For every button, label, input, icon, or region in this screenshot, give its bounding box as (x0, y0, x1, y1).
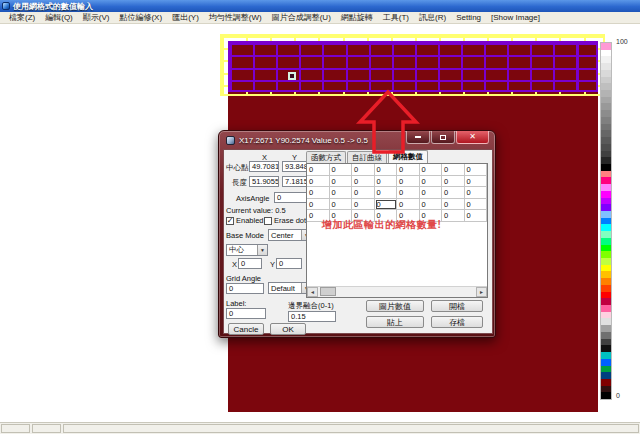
grid-cell[interactable]: 0 (420, 164, 443, 176)
palette-band (601, 392, 611, 399)
palette-band (601, 144, 611, 151)
grid-cell[interactable]: 0 (465, 187, 488, 199)
grid-cell[interactable]: 0 (375, 187, 398, 199)
palette-band (601, 345, 611, 352)
horizontal-scrollbar[interactable]: ◄ ► (307, 286, 487, 297)
status-segment-1 (1, 424, 30, 433)
enabled-label: Enabled (236, 216, 264, 225)
palette-band (601, 318, 611, 325)
table-row: 00000000 (307, 187, 487, 199)
scrollbar-track[interactable] (318, 287, 476, 297)
base-mode-label: Base Mode (226, 231, 264, 240)
scroll-right-icon[interactable]: ► (476, 287, 487, 297)
menu-bar: 檔案(Z)編輯(Q)顯示(V)點位編修(X)匯出(Y)均勻性調整(W)圖片合成調… (0, 12, 640, 24)
menu-item[interactable]: Setting (451, 13, 486, 22)
enabled-checkbox[interactable]: ✓ (226, 217, 234, 225)
grid-cell[interactable]: 0 (307, 164, 330, 176)
axis-angle-label: AxisAngle (236, 194, 269, 203)
grid-cell[interactable]: 0 (420, 176, 443, 188)
scrollbar-thumb[interactable] (320, 287, 336, 296)
grid-cell[interactable]: 0 (465, 210, 488, 222)
dialog-body: X Y 中心點 49.7081 93.8482 長度 51.9055 7.181… (223, 149, 493, 334)
grid-cell[interactable]: 0 (375, 164, 398, 176)
grid-cell[interactable]: 0 (420, 187, 443, 199)
menu-item[interactable]: 均勻性調整(W) (204, 12, 267, 23)
grid-cell[interactable]: 0 (442, 199, 465, 211)
scroll-left-icon[interactable]: ◄ (307, 287, 318, 297)
menu-item[interactable]: 點位編修(X) (114, 12, 167, 23)
grid-cell[interactable]: 0 (465, 199, 488, 211)
menu-item[interactable]: 網點旋轉 (336, 12, 378, 23)
grid-cell[interactable]: 0 (442, 210, 465, 222)
palette-band (601, 298, 611, 305)
label-field[interactable]: 0 (226, 308, 266, 319)
menu-item[interactable]: 編輯(Q) (40, 12, 78, 23)
palette-band (601, 56, 611, 63)
status-segment-3 (63, 424, 639, 433)
palette-band (601, 325, 611, 332)
axis-angle-field[interactable]: 0 (274, 192, 310, 203)
grid-cell[interactable]: 0 (352, 199, 375, 211)
grid-selection-handle[interactable] (288, 72, 296, 80)
grid-cell[interactable]: 0 (307, 199, 330, 211)
grid-cell[interactable]: 0 (352, 187, 375, 199)
scale-max-label: 100 (616, 38, 628, 45)
grid-angle-field[interactable]: 0 (226, 283, 264, 294)
grid-cell[interactable]: 0 (442, 187, 465, 199)
table-row: 00000000 (307, 164, 487, 176)
blend-field[interactable]: 0.15 (288, 311, 336, 322)
app-icon (2, 2, 10, 10)
length-label: 長度 (232, 178, 247, 188)
close-button[interactable]: ✕ (456, 131, 489, 144)
chevron-down-icon[interactable]: ▼ (257, 245, 267, 255)
offset-x-field[interactable]: 0 (238, 258, 262, 269)
length-x-field[interactable]: 51.9055 (249, 176, 279, 187)
anchor-select[interactable]: 中心 ▼ (226, 244, 268, 256)
grid-cell[interactable]: 0 (397, 199, 420, 211)
menu-item[interactable]: 圖片合成調整(U) (267, 12, 336, 23)
save-file-button[interactable]: 存檔 (431, 316, 483, 328)
palette-band (601, 265, 611, 272)
paste-button[interactable]: 貼上 (366, 316, 424, 328)
maximize-button[interactable] (431, 131, 455, 144)
menu-item[interactable]: 顯示(V) (78, 12, 115, 23)
grid-cell[interactable]: 0 (465, 176, 488, 188)
grid-cell[interactable]: 0 (397, 187, 420, 199)
grid-cell[interactable]: 0 (352, 164, 375, 176)
grid-cell[interactable]: 0 (307, 187, 330, 199)
palette-band (601, 251, 611, 258)
cancel-button[interactable]: Cancle (228, 323, 264, 335)
grid-cell[interactable]: 0 (397, 176, 420, 188)
palette-band (601, 90, 611, 97)
tab-1[interactable]: 函數方式 (306, 151, 346, 163)
grid-cell[interactable]: 0 (420, 199, 443, 211)
open-file-button[interactable]: 開檔 (431, 300, 483, 312)
window-title: 使用網格式的數值輸入 (13, 1, 93, 12)
close-icon: ✕ (469, 133, 476, 141)
center-x-field[interactable]: 49.7081 (249, 161, 279, 172)
grid-cell[interactable]: 0 (442, 164, 465, 176)
grid-cell[interactable]: 0 (330, 199, 353, 211)
grid-cell[interactable]: 0 (442, 176, 465, 188)
grid-cell[interactable]: 0 (375, 199, 398, 211)
palette-band (601, 218, 611, 225)
palette-band (601, 292, 611, 299)
ok-button[interactable]: OK (270, 323, 306, 335)
grid-cell[interactable]: 0 (330, 176, 353, 188)
grid-cell[interactable]: 0 (330, 187, 353, 199)
menu-item[interactable]: 訊息(R) (414, 12, 451, 23)
image-values-button[interactable]: 圖片數值 (366, 300, 424, 312)
menu-item[interactable]: 匯出(Y) (167, 12, 204, 23)
grid-cell[interactable]: 0 (330, 164, 353, 176)
grid-cell[interactable]: 0 (375, 176, 398, 188)
grid-cell[interactable]: 0 (352, 176, 375, 188)
offset-y-field[interactable]: 0 (276, 258, 302, 269)
menu-item[interactable]: [Show Image] (486, 13, 545, 22)
menu-item[interactable]: 工具(T) (378, 12, 414, 23)
menu-item[interactable]: 檔案(Z) (4, 12, 40, 23)
palette-band (601, 130, 611, 137)
erase-dots-checkbox[interactable] (264, 217, 272, 225)
grid-cell[interactable]: 0 (307, 176, 330, 188)
grid-cell[interactable]: 0 (465, 164, 488, 176)
grid-cell[interactable]: 0 (397, 164, 420, 176)
